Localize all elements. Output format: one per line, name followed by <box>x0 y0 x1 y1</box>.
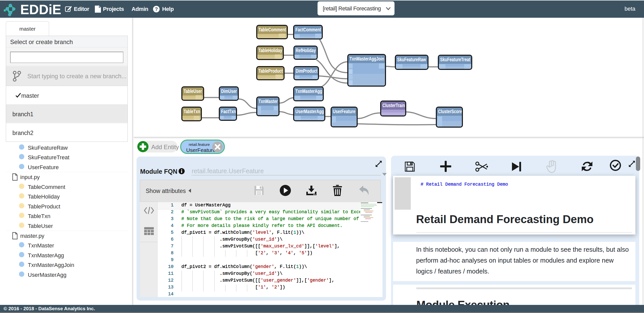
svg-text:?: ? <box>155 6 158 12</box>
